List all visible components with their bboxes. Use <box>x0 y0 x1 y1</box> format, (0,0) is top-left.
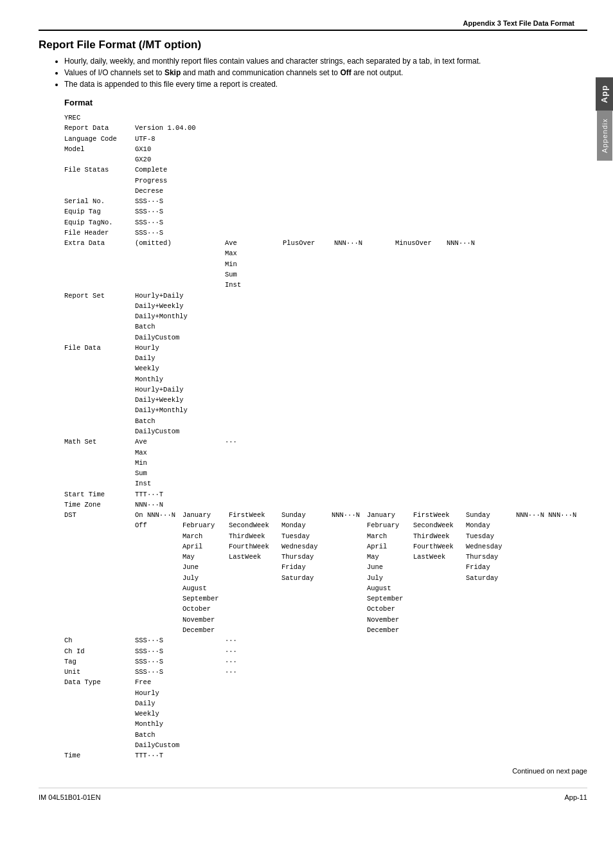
row-dst: DST On Off NNN···N January February Marc… <box>64 510 587 635</box>
row-language-code: Language Code UTF-8 <box>64 134 587 144</box>
row-file-status-2: Progress <box>64 176 587 186</box>
bullet-2: Values of I/O channels set to Skip and m… <box>64 68 587 77</box>
row-file-header: File Header SSS···S <box>64 228 587 238</box>
bullet-1: Hourly, daily, weekly, and monthly repor… <box>64 57 587 66</box>
row-math-set-5: Inst <box>64 478 587 489</box>
bullet-3: The data is appended to this file every … <box>64 80 587 89</box>
row-math-set: Math Set Ave ··· <box>64 437 587 447</box>
side-tabs: App Appendix <box>596 77 613 161</box>
row-math-set-2: Max <box>64 448 587 458</box>
row-file-status: File Statas Complete <box>64 165 587 175</box>
row-file-status-3: Decrese <box>64 186 587 196</box>
page-container: Appendix 3 Text File Data Format Report … <box>0 0 613 827</box>
row-report-set: Report Set Hourly+Daily <box>64 291 587 301</box>
row-math-set-4: Sum <box>64 468 587 478</box>
row-extra-data-3: Min <box>64 259 587 269</box>
row-report-set-2: Daily+Weekly <box>64 301 587 311</box>
row-unit: Unit SSS···S ··· <box>64 667 587 677</box>
row-file-data-7: Daily+Monthly <box>64 405 587 415</box>
format-table: YREC Report Data Version 1.04.00 Languag… <box>64 113 587 761</box>
section-title-text: Report File Format (/MT option) <box>39 39 201 51</box>
dst-days-1: Sunday Monday Tuesday Wednesday Thursday… <box>281 510 332 583</box>
footer-right: App-11 <box>565 793 587 801</box>
row-yrec: YREC <box>64 113 587 123</box>
row-tag: Tag SSS···S ··· <box>64 656 587 667</box>
appendix-header-text: Appendix 3 Text File Data Format <box>463 19 574 27</box>
row-extra-data: Extra Data (omitted) Ave PlusOver NNN···… <box>64 238 587 248</box>
row-file-data-5: Hourly+Daily <box>64 384 587 395</box>
row-file-data-9: DailyCustom <box>64 426 587 437</box>
footer: IM 04L51B01-01EN App-11 <box>39 788 587 801</box>
row-file-data: File Data Hourly <box>64 343 587 353</box>
row-equip-tagno: Equip TagNo. SSS···S <box>64 217 587 228</box>
row-serial-no: Serial No. SSS···S <box>64 196 587 206</box>
tab-appendix-label: Appendix <box>601 118 609 153</box>
row-ch-id: Ch Id SSS···S ··· <box>64 646 587 656</box>
row-data-type-4: Weekly <box>64 709 587 719</box>
format-title: Format <box>64 98 587 107</box>
tab-app: App <box>596 77 613 111</box>
row-equip-tag: Equip Tag SSS···S <box>64 206 587 217</box>
row-ch: Ch SSS···S ··· <box>64 635 587 646</box>
row-report-data: Report Data Version 1.04.00 <box>64 123 587 133</box>
row-math-set-3: Min <box>64 458 587 468</box>
row-report-set-3: Daily+Monthly <box>64 311 587 321</box>
dst-months-2: January February March April May June Ju… <box>367 510 413 635</box>
tab-app-label: App <box>600 85 609 103</box>
row-file-data-4: Monthly <box>64 374 587 384</box>
row-data-type: Data Type Free <box>64 677 587 687</box>
footer-left: IM 04L51B01-01EN <box>39 793 101 801</box>
row-file-data-8: Batch <box>64 416 587 426</box>
continued-label: Continued on next page <box>512 767 587 775</box>
dst-days-2: Sunday Monday Tuesday Wednesday Thursday… <box>466 510 516 583</box>
row-extra-data-5: Inst <box>64 280 587 290</box>
continued-text: Continued on next page <box>39 767 587 775</box>
row-data-type-6: Batch <box>64 730 587 740</box>
format-title-text: Format <box>64 98 93 107</box>
row-file-data-2: Daily <box>64 353 587 363</box>
row-data-type-3: Daily <box>64 698 587 709</box>
row-model: Model GX10 <box>64 144 587 154</box>
row-model-2: GX20 <box>64 154 587 165</box>
dst-on-off: On Off <box>135 510 147 531</box>
row-time-zone: Time Zone NNN···N <box>64 500 587 510</box>
row-report-set-5: DailyCustom <box>64 332 587 343</box>
row-data-type-7: DailyCustom <box>64 740 587 750</box>
row-report-set-4: Batch <box>64 321 587 332</box>
dst-weeks-1: FirstWeek SecondWeek ThirdWeek FourthWee… <box>229 510 281 562</box>
tab-appendix: Appendix <box>597 111 612 161</box>
dst-weeks-2: FirstWeek SecondWeek ThirdWeek FourthWee… <box>413 510 466 562</box>
section-title: Report File Format (/MT option) <box>39 39 587 51</box>
row-file-data-6: Daily+Weekly <box>64 395 587 405</box>
row-time: Time TTT···T <box>64 750 587 761</box>
row-file-data-3: Weekly <box>64 363 587 374</box>
bullet-list: Hourly, daily, weekly, and monthly repor… <box>64 57 587 89</box>
row-data-type-5: Monthly <box>64 719 587 729</box>
row-data-type-2: Hourly <box>64 688 587 698</box>
dst-months-1: January February March April May June Ju… <box>182 510 229 635</box>
row-extra-data-4: Sum <box>64 269 587 280</box>
row-extra-data-2: Max <box>64 248 587 258</box>
appendix-header: Appendix 3 Text File Data Format <box>39 19 587 31</box>
row-start-time: Start Time TTT···T <box>64 489 587 500</box>
